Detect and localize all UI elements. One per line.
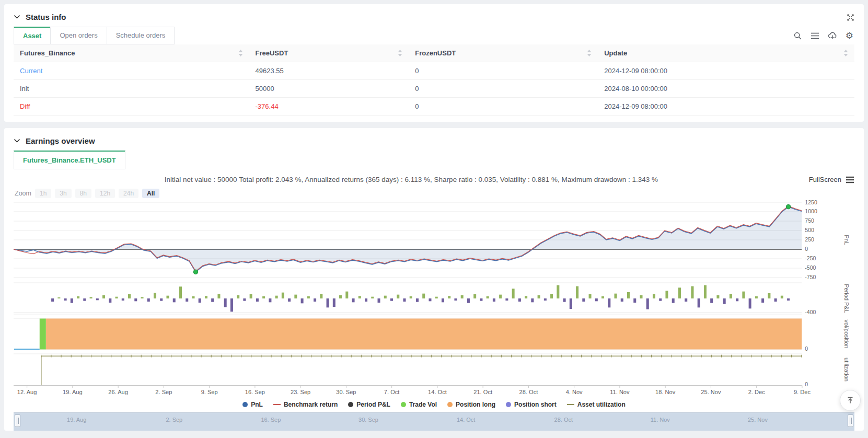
svg-text:vol/position: vol/position: [843, 320, 850, 349]
arrow-up-to-top-icon: [846, 396, 854, 405]
zoom-label: Zoom: [15, 190, 31, 197]
svg-text:-500: -500: [805, 265, 816, 271]
column-header-freeusdt: FreeUSDT: [249, 44, 409, 62]
search-icon[interactable]: [793, 31, 802, 40]
zoom-option-3h[interactable]: 3h: [55, 189, 71, 198]
chart-menu-icon: [846, 176, 854, 183]
status-info-card: Status info AssetOpen ordersSchedule ord…: [4, 4, 864, 122]
zoom-option-1h[interactable]: 1h: [35, 189, 51, 198]
legend-line-icon: [567, 404, 574, 406]
zoom-buttons: 1h3h8h12h24hAll: [35, 189, 159, 198]
sorter-icon[interactable]: [587, 50, 592, 56]
collapse-chevron-icon[interactable]: [14, 139, 20, 143]
free-usdt-value: 49623.55: [249, 62, 409, 80]
update-value: 2024-08-10 00:00:00: [598, 80, 854, 98]
frozen-usdt-value: 0: [409, 80, 598, 98]
navigator-label: 14. Oct: [457, 417, 475, 423]
status-tab-schedule-orders[interactable]: Schedule orders: [107, 27, 175, 44]
chart-navigator[interactable]: 19. Aug2. Sep16. Sep30. Sep14. Oct28. Oc…: [14, 412, 854, 431]
navigator-label: 19. Aug: [67, 417, 86, 423]
table-row-diff: Diff-376.4402024-12-09 08:00:00: [14, 98, 854, 116]
svg-text:-750: -750: [805, 274, 816, 281]
svg-text:9. Sep: 9. Sep: [201, 389, 218, 395]
sorter-icon[interactable]: [843, 50, 848, 56]
legend-dot-icon: [506, 402, 511, 407]
svg-text:18. Nov: 18. Nov: [655, 389, 676, 395]
asset-table: Futures_BinanceFreeUSDTFrozenUSDTUpdate …: [14, 44, 854, 116]
legend-item-benchmark-return[interactable]: Benchmark return: [273, 401, 338, 408]
expand-icon[interactable]: [847, 14, 854, 24]
legend-item-period-p&l[interactable]: Period P&L: [348, 401, 390, 408]
svg-text:500: 500: [805, 227, 814, 234]
navigator-right-handle[interactable]: [848, 414, 853, 427]
svg-text:-250: -250: [805, 256, 816, 262]
svg-text:250: 250: [805, 237, 814, 243]
collapse-chevron-icon[interactable]: [14, 15, 20, 19]
settings-gear-icon[interactable]: ⚙: [846, 31, 853, 40]
svg-text:23. Sep: 23. Sep: [291, 389, 310, 395]
legend-dot-icon: [447, 402, 453, 407]
svg-text:-400: -400: [805, 309, 816, 315]
svg-text:Period P&L: Period P&L: [843, 284, 850, 313]
svg-text:9. Dec: 9. Dec: [794, 389, 811, 395]
svg-text:16. Sep: 16. Sep: [245, 389, 265, 395]
navigator-label: 11. Nov: [651, 417, 670, 423]
legend-dot-icon: [348, 402, 353, 407]
table-row-current: Current49623.5502024-12-09 08:00:00: [14, 62, 854, 80]
status-info-title: Status info: [26, 13, 66, 21]
back-to-top-button[interactable]: [840, 390, 861, 411]
legend-item-pnl[interactable]: PnL: [242, 401, 263, 408]
svg-text:utilization: utilization: [843, 358, 850, 382]
svg-text:0: 0: [805, 345, 808, 352]
table-row-init: Init5000002024-08-10 00:00:00: [14, 80, 854, 98]
fullscreen-label: FullScreen: [809, 176, 841, 183]
legend-item-position-short[interactable]: Position short: [506, 401, 557, 408]
zoom-option-12h[interactable]: 12h: [95, 189, 115, 198]
svg-text:7. Oct: 7. Oct: [384, 389, 400, 395]
column-header-frozenusdt: FrozenUSDT: [409, 44, 598, 62]
cloud-download-icon[interactable]: [828, 31, 837, 40]
row-label[interactable]: Current: [14, 62, 249, 80]
chart-legend: PnLBenchmark returnPeriod P&LTrade VolPo…: [14, 401, 854, 408]
zoom-option-8h[interactable]: 8h: [75, 189, 91, 198]
svg-text:4. Nov: 4. Nov: [566, 389, 583, 395]
legend-item-asset-utilization[interactable]: Asset utilization: [567, 401, 626, 408]
update-value: 2024-12-09 08:00:00: [598, 62, 854, 80]
svg-text:26. Aug: 26. Aug: [108, 389, 128, 395]
legend-line-icon: [273, 404, 281, 406]
svg-text:PnL: PnL: [843, 235, 850, 245]
zoom-option-24h[interactable]: 24h: [119, 189, 138, 198]
navigator-label: 28. Oct: [554, 417, 573, 423]
svg-text:30. Sep: 30. Sep: [336, 389, 356, 395]
navigator-left-handle[interactable]: [15, 414, 20, 427]
sorter-icon[interactable]: [398, 50, 402, 56]
svg-text:28. Oct: 28. Oct: [519, 389, 538, 395]
row-label: Init: [14, 80, 249, 98]
earnings-overview-title: Earnings overview: [26, 136, 95, 145]
status-tab-open-orders[interactable]: Open orders: [50, 27, 107, 44]
legend-dot-icon: [242, 402, 248, 407]
legend-item-position-long[interactable]: Position long: [447, 401, 495, 408]
navigator-label: 2. Sep: [166, 417, 182, 423]
fullscreen-button[interactable]: FullScreen: [809, 176, 854, 183]
navigator-label: 30. Sep: [358, 417, 378, 423]
status-tab-asset[interactable]: Asset: [14, 27, 51, 44]
frozen-usdt-value: 0: [409, 62, 598, 80]
earnings-overview-card: Earnings overview Futures_Binance.ETH_US…: [4, 128, 864, 431]
frozen-usdt-value: 0: [409, 98, 598, 116]
sorter-icon[interactable]: [238, 50, 243, 56]
tab-futures-binance-eth-usdt[interactable]: Futures_Binance.ETH_USDT: [14, 151, 125, 169]
zoom-option-all[interactable]: All: [142, 189, 159, 198]
free-usdt-value: -376.44: [249, 98, 409, 116]
navigator-label: 25. Nov: [748, 417, 768, 423]
svg-text:25. Nov: 25. Nov: [701, 389, 721, 395]
menu-icon[interactable]: [811, 32, 819, 40]
svg-text:1250: 1250: [805, 200, 817, 205]
legend-item-trade-vol[interactable]: Trade Vol: [401, 401, 437, 408]
svg-text:1000: 1000: [805, 209, 817, 215]
column-header-update: Update: [598, 44, 854, 62]
svg-text:21. Oct: 21. Oct: [473, 389, 492, 395]
svg-text:750: 750: [805, 218, 814, 224]
earnings-chart[interactable]: 125010007505002500-250-500-750-4000012. …: [14, 200, 854, 398]
svg-text:2. Sep: 2. Sep: [155, 389, 172, 395]
